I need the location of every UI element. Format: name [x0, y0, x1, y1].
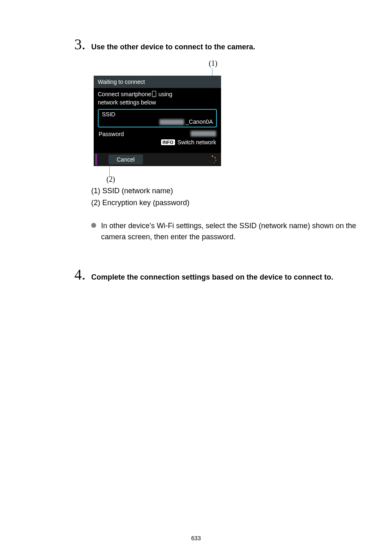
cancel-button[interactable]: Cancel: [108, 155, 143, 164]
info-badge: INFO: [161, 139, 175, 145]
ssid-block: SSID _Canon0A: [98, 109, 217, 127]
svg-point-0: [212, 155, 213, 157]
step-3-number: 3.: [70, 37, 85, 52]
password-row: Password: [94, 129, 221, 138]
ssid-label: SSID: [99, 110, 216, 118]
step-4-title: Complete the connection settings based o…: [91, 273, 333, 282]
password-label: Password: [99, 131, 124, 137]
figure: (1) Waiting to connect Connect smartphon…: [91, 59, 227, 183]
instr-post: using: [157, 91, 172, 97]
step-3-head: 3. Use the other device to connect to th…: [70, 37, 367, 52]
bullet-text: In other device's Wi-Fi settings, select…: [101, 220, 364, 243]
svg-point-1: [214, 157, 216, 158]
step-4-number: 4.: [70, 267, 85, 282]
selection-bar: [95, 154, 97, 165]
ssid-value-row: _Canon0A: [99, 118, 216, 127]
cancel-row: Cancel: [94, 153, 221, 166]
svg-point-4: [211, 162, 212, 163]
ssid-blur: [159, 119, 184, 125]
instr-pre: Connect smartphone: [98, 91, 151, 97]
legend-1: (1) SSID (network name): [91, 185, 367, 197]
step-3-bullet: In other device's Wi-Fi settings, select…: [91, 220, 367, 243]
page: 3. Use the other device to connect to th…: [0, 0, 392, 553]
step-3-title: Use the other device to connect to the c…: [91, 43, 255, 51]
smartphone-icon: [152, 91, 156, 97]
step-4-head: 4. Complete the connection settings base…: [70, 267, 367, 282]
password-blur: [191, 131, 216, 137]
legend-2: (2) Encryption key (password): [91, 197, 367, 209]
svg-point-2: [215, 160, 217, 161]
figure-legend: (1) SSID (network name) (2) Encryption k…: [91, 185, 367, 209]
svg-point-3: [214, 162, 215, 163]
page-number: 633: [0, 535, 392, 541]
callout-1: (1): [209, 59, 217, 68]
spinner-icon: [208, 155, 217, 164]
svg-point-5: [209, 161, 210, 162]
step-3: 3. Use the other device to connect to th…: [70, 37, 367, 243]
instr-line2: network settings below: [98, 99, 156, 106]
screen-instruction: Connect smartphone using network setting…: [94, 88, 221, 107]
step-4: 4. Complete the connection settings base…: [70, 267, 367, 282]
bullet-icon: [91, 223, 96, 228]
screen-title: Waiting to connect: [94, 76, 221, 88]
info-row: INFO Switch network: [94, 138, 221, 148]
callout-2: (2): [106, 175, 115, 184]
switch-network-label: Switch network: [178, 139, 216, 146]
ssid-value: _Canon0A: [186, 118, 213, 125]
camera-screen: Waiting to connect Connect smartphone us…: [94, 76, 221, 166]
